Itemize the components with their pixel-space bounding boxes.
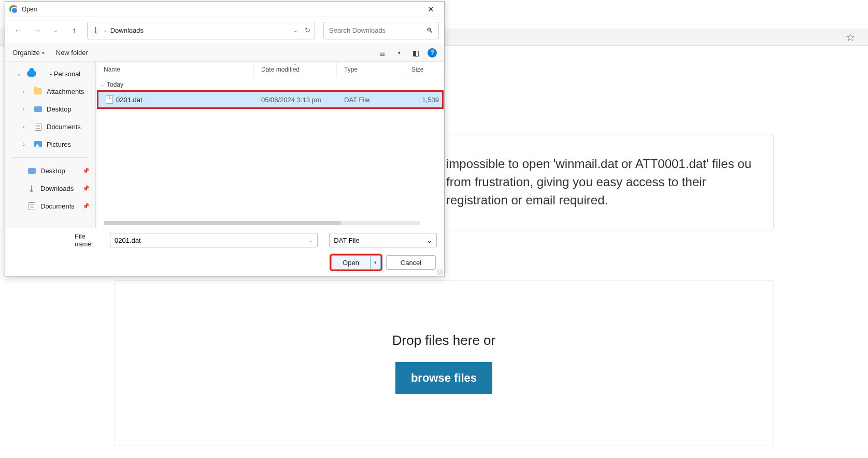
desktop-icon — [34, 106, 42, 112]
file-list: Name ⌄Date modified Type Size ⌄ Today 02… — [96, 62, 444, 228]
sidebar-item-attachments[interactable]: › Attachments — [5, 82, 95, 100]
cancel-button[interactable]: Cancel — [386, 255, 436, 270]
address-location: Downloads — [110, 26, 144, 34]
downloads-icon: ⭳ — [92, 26, 100, 35]
column-header-size[interactable]: Size — [404, 62, 444, 77]
sidebar-item-label: Desktop — [47, 105, 72, 113]
downloads-icon: ⭳ — [27, 184, 36, 192]
file-icon — [106, 95, 113, 104]
chevron-down-icon: ⌄ — [426, 237, 432, 244]
sidebar-item-documents[interactable]: › Documents — [5, 118, 95, 135]
info-card-text: impossible to open 'winmail.dat or ATT00… — [446, 155, 758, 209]
nav-sidebar: ⌄ - Personal › Attachments › Desktop › D… — [5, 62, 96, 228]
pin-icon: 📌 — [82, 203, 90, 210]
search-input[interactable] — [329, 26, 426, 34]
sidebar-item-label: Attachments — [47, 88, 84, 95]
file-list-header: Name ⌄Date modified Type Size — [96, 62, 444, 77]
horizontal-scrollbar[interactable] — [104, 221, 420, 225]
sidebar-quick-downloads[interactable]: ⭳ Downloads 📌 — [5, 179, 95, 197]
chevron-down-icon: ⌄ — [17, 71, 23, 77]
pin-icon: 📌 — [82, 185, 90, 192]
bookmark-star-icon[interactable]: ☆ — [846, 31, 855, 44]
file-row[interactable]: 0201.dat 05/06/2024 3:13 pm DAT File 1,5… — [98, 92, 442, 107]
browse-files-button[interactable]: browse files — [395, 362, 492, 394]
chevron-right-icon: › — [104, 27, 106, 34]
sidebar-item-label: Pictures — [47, 141, 71, 148]
pin-icon: 📌 — [82, 168, 90, 174]
column-header-date[interactable]: ⌄Date modified — [254, 62, 337, 77]
column-header-type[interactable]: Type — [337, 62, 404, 77]
chevron-right-icon: › — [23, 141, 29, 147]
file-date: 05/06/2024 3:13 pm — [254, 96, 337, 104]
nav-recent-dropdown[interactable]: ⌄ — [48, 23, 63, 38]
chevron-down-icon: ⌄ — [309, 238, 313, 243]
file-group-today[interactable]: ⌄ Today — [96, 77, 444, 92]
address-bar[interactable]: ⭳ › Downloads ⌄ ↻ — [87, 22, 315, 39]
dropzone-text: Drop files here or — [392, 332, 495, 349]
file-type: DAT File — [337, 96, 404, 104]
file-size: 1,539 — [404, 96, 442, 104]
sidebar-label-personal: - Personal — [50, 70, 80, 78]
open-split-dropdown[interactable]: ▾ — [371, 255, 381, 270]
nav-forward-button[interactable]: → — [29, 23, 45, 38]
chevron-down-icon: ⌄ — [101, 82, 105, 87]
folder-icon — [34, 88, 42, 94]
file-open-dialog: Open ✕ ← → ⌄ ↑ ⭳ › Downloads ⌄ ↻ 🔍︎ Orga… — [5, 1, 445, 276]
file-name-combobox[interactable]: 0201.dat ⌄ — [110, 233, 318, 247]
chevron-right-icon: › — [23, 123, 29, 130]
sidebar-item-label: Documents — [40, 202, 75, 210]
open-button[interactable]: Open — [331, 255, 371, 270]
nav-back-button[interactable]: ← — [10, 23, 26, 38]
file-name-label: File name: — [75, 232, 106, 248]
chrome-icon — [9, 5, 18, 13]
file-type-filter-value: DAT File — [334, 237, 359, 244]
view-list-icon[interactable]: ≣ — [378, 48, 387, 58]
dropzone[interactable]: Drop files here or browse files — [114, 280, 774, 446]
close-button[interactable]: ✕ — [419, 2, 443, 17]
nav-up-button[interactable]: ↑ — [66, 23, 82, 38]
organize-menu[interactable]: Organize▾ — [12, 49, 45, 57]
document-icon — [35, 123, 41, 131]
refresh-button[interactable]: ↻ — [305, 26, 310, 34]
file-name-value: 0201.dat — [115, 237, 141, 244]
view-dropdown-icon[interactable]: ▾ — [394, 48, 404, 58]
dialog-navbar: ← → ⌄ ↑ ⭳ › Downloads ⌄ ↻ 🔍︎ — [5, 17, 444, 44]
help-button[interactable]: ? — [428, 48, 437, 58]
column-header-name[interactable]: Name — [96, 62, 254, 77]
resize-grip[interactable] — [437, 269, 443, 275]
file-name: 0201.dat — [116, 96, 143, 104]
sidebar-item-personal[interactable]: ⌄ - Personal — [5, 65, 95, 82]
scroll-thumb[interactable] — [104, 221, 341, 225]
file-type-filter[interactable]: DAT File ⌄ — [329, 233, 437, 247]
onedrive-icon — [27, 71, 36, 77]
document-icon — [29, 202, 35, 210]
sidebar-item-label: Documents — [47, 123, 81, 131]
group-label: Today — [107, 81, 123, 88]
open-button-group: Open ▾ — [331, 255, 381, 270]
sidebar-quick-documents[interactable]: Documents 📌 — [5, 197, 95, 215]
desktop-icon — [28, 168, 36, 174]
new-folder-button[interactable]: New folder — [56, 49, 88, 57]
dialog-footer: File name: 0201.dat ⌄ DAT File ⌄ Open ▾ … — [5, 228, 444, 276]
chevron-right-icon: › — [23, 88, 29, 94]
dialog-title: Open — [22, 6, 37, 13]
pictures-icon — [34, 141, 42, 147]
dialog-body: ⌄ - Personal › Attachments › Desktop › D… — [5, 62, 444, 228]
address-dropdown-icon[interactable]: ⌄ — [293, 27, 297, 33]
sidebar-item-desktop[interactable]: › Desktop — [5, 100, 95, 118]
dialog-toolbar: Organize▾ New folder ≣ ▾ ◧ ? — [5, 44, 444, 62]
preview-pane-icon[interactable]: ◧ — [411, 48, 420, 58]
sidebar-quick-desktop[interactable]: Desktop 📌 — [5, 162, 95, 179]
sidebar-item-label: Desktop — [40, 167, 65, 175]
sidebar-item-pictures[interactable]: › Pictures — [5, 135, 95, 153]
sort-indicator-icon: ⌄ — [293, 61, 297, 66]
sidebar-separator — [12, 157, 88, 158]
chevron-right-icon: › — [23, 106, 29, 112]
search-icon: 🔍︎ — [426, 26, 433, 34]
search-box[interactable]: 🔍︎ — [323, 22, 439, 39]
dialog-titlebar: Open ✕ — [5, 2, 444, 17]
sidebar-item-label: Downloads — [40, 185, 74, 192]
